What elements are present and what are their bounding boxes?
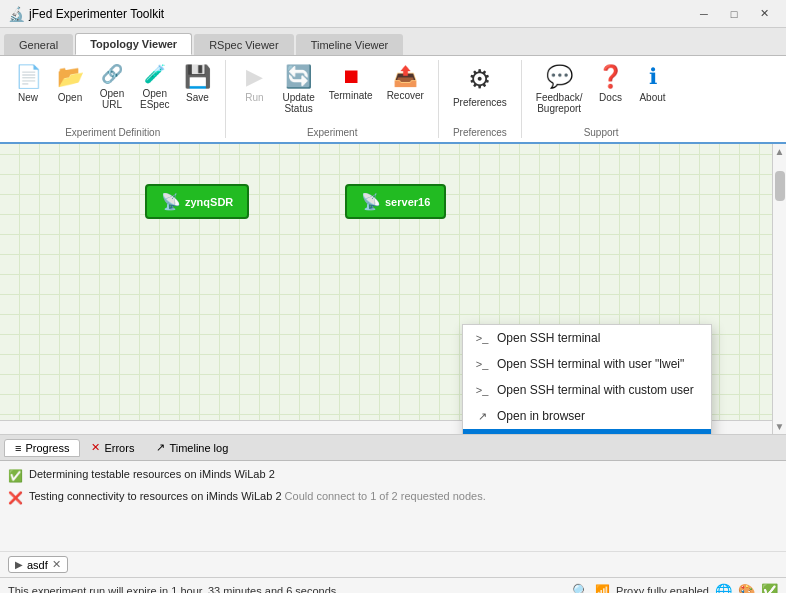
close-button[interactable]: ✕ [750, 4, 778, 24]
progress-icon: ≡ [15, 442, 21, 454]
ctx-ssh-user-label: Open SSH terminal with user "lwei" [497, 357, 684, 371]
node-zynqsdr-label: zynqSDR [185, 196, 233, 208]
tab-timeline[interactable]: Timeline Viewer [296, 34, 404, 55]
new-button[interactable]: 📄 New [8, 60, 48, 107]
ctx-ssh[interactable]: >_ Open SSH terminal [463, 325, 711, 351]
bottom-tabs: ≡ Progress ✕ Errors ↗ Timeline log [0, 435, 786, 461]
ctx-ssh-user-icon: >_ [475, 358, 489, 370]
ribbon-group-label-pref: Preferences [453, 125, 507, 138]
tag-close-button[interactable]: ✕ [52, 558, 61, 571]
about-label: About [639, 92, 665, 103]
new-label: New [18, 92, 38, 103]
about-icon: ℹ [649, 64, 657, 90]
search-icon[interactable]: 🔍 [572, 583, 589, 594]
run-label: Run [245, 92, 263, 103]
status-text: This experiment run will expire in 1 hou… [8, 585, 572, 594]
ctx-ssh-user[interactable]: >_ Open SSH terminal with user "lwei" [463, 351, 711, 377]
log-item-0: ✅ Determining testable resources on iMin… [8, 465, 778, 487]
ctx-ssh-icon: >_ [475, 332, 489, 344]
node-server16-icon: 📡 [361, 192, 381, 211]
node-server16[interactable]: 📡 server16 [345, 184, 446, 219]
open-button[interactable]: 📂 Open [50, 60, 90, 107]
log-text-1: Testing connectivity to resources on iMi… [29, 489, 486, 504]
node-zynqsdr-icon: 📡 [161, 192, 181, 211]
recover-button[interactable]: 📤 Recover [381, 60, 430, 105]
terminate-button[interactable]: ⏹ Terminate [323, 60, 379, 105]
bottom-panel: ≡ Progress ✕ Errors ↗ Timeline log ✅ Det… [0, 434, 786, 577]
save-label: Save [186, 92, 209, 103]
tabbar: General Topology Viewer RSpec Viewer Tim… [0, 28, 786, 56]
status-icons: 🔍 📶 Proxy fully enabled 🌐 🎨 ✅ [572, 583, 778, 594]
ribbon-group-preferences: ⚙ Preferences Preferences [439, 60, 522, 138]
ctx-browser-icon: ↗ [475, 410, 489, 423]
log-text-0: Determining testable resources on iMinds… [29, 467, 275, 482]
tab-progress[interactable]: ≡ Progress [4, 439, 80, 457]
tab-errors[interactable]: ✕ Errors [80, 438, 145, 457]
minimize-button[interactable]: ─ [690, 4, 718, 24]
canvas-vscroll[interactable]: ▲ ▼ [772, 144, 786, 434]
save-button[interactable]: 💾 Save [177, 60, 217, 107]
ribbon-group-label-expdef: Experiment Definition [65, 125, 160, 138]
tab-rspec[interactable]: RSpec Viewer [194, 34, 294, 55]
feedback-label: Feedback/ Bugreport [536, 92, 583, 114]
log-item-1: ❌ Testing connectivity to resources on i… [8, 487, 778, 509]
docs-label: Docs [599, 92, 622, 103]
preferences-icon: ⚙ [468, 64, 491, 95]
ribbon: 📄 New 📂 Open 🔗 Open URL 🧪 Open ESpec 💾 S… [0, 56, 786, 144]
open-icon: 📂 [57, 64, 84, 90]
run-button[interactable]: ▶ Run [234, 60, 274, 107]
palette-icon[interactable]: 🎨 [738, 583, 755, 594]
tab-timeline-log[interactable]: ↗ Timeline log [145, 438, 239, 457]
node-zynqsdr[interactable]: 📡 zynqSDR [145, 184, 249, 219]
docs-button[interactable]: ❓ Docs [591, 60, 631, 107]
terminate-label: Terminate [329, 90, 373, 101]
ctx-node-info[interactable]: i Show Node Info [463, 429, 711, 434]
topology-canvas[interactable]: 📡 zynqSDR 📡 server16 >_ Open SSH termina… [0, 144, 786, 434]
ctx-ssh-custom-label: Open SSH terminal with custom user [497, 383, 694, 397]
open-espec-button[interactable]: 🧪 Open ESpec [134, 60, 175, 114]
update-status-button[interactable]: 🔄 Update Status [276, 60, 320, 118]
tab-general[interactable]: General [4, 34, 73, 55]
maximize-button[interactable]: □ [720, 4, 748, 24]
log-error-icon: ❌ [8, 490, 23, 507]
run-icon: ▶ [246, 64, 263, 90]
errors-icon: ✕ [91, 441, 100, 454]
ribbon-group-label-exp: Experiment [307, 125, 358, 138]
tag-label: asdf [27, 559, 48, 571]
log-ok-icon: ✅ [8, 468, 23, 485]
statusbar: This experiment run will expire in 1 hou… [0, 577, 786, 593]
ribbon-group-label-support: Support [584, 125, 619, 138]
open-espec-icon: 🧪 [144, 64, 166, 86]
ctx-ssh-custom-icon: >_ [475, 384, 489, 396]
timeline-icon: ↗ [156, 441, 165, 454]
tags-bar: ▶ asdf ✕ [0, 551, 786, 577]
tag-run-icon: ▶ [15, 559, 23, 570]
feedback-button[interactable]: 💬 Feedback/ Bugreport [530, 60, 589, 118]
globe-icon[interactable]: 🌐 [715, 583, 732, 594]
ribbon-group-support: 💬 Feedback/ Bugreport ❓ Docs ℹ About Sup… [522, 60, 681, 138]
save-icon: 💾 [184, 64, 211, 90]
update-status-label: Update Status [282, 92, 314, 114]
open-url-label: Open URL [100, 88, 124, 110]
open-url-button[interactable]: 🔗 Open URL [92, 60, 132, 114]
feedback-icon: 💬 [546, 64, 573, 90]
update-status-icon: 🔄 [285, 64, 312, 90]
log-area: ✅ Determining testable resources on iMin… [0, 461, 786, 551]
node-server16-label: server16 [385, 196, 430, 208]
check-icon[interactable]: ✅ [761, 583, 778, 594]
preferences-label: Preferences [453, 97, 507, 108]
tag-asdf: ▶ asdf ✕ [8, 556, 68, 573]
proxy-label: Proxy fully enabled [616, 585, 709, 594]
tab-topology[interactable]: Topology Viewer [75, 33, 192, 55]
ctx-browser[interactable]: ↗ Open in browser [463, 403, 711, 429]
app-title: jFed Experimenter Toolkit [29, 7, 690, 21]
ctx-ssh-custom[interactable]: >_ Open SSH terminal with custom user [463, 377, 711, 403]
vscroll-thumb[interactable] [775, 171, 785, 201]
about-button[interactable]: ℹ About [633, 60, 673, 107]
signal-icon: 📶 [595, 584, 610, 594]
tab-errors-label: Errors [104, 442, 134, 454]
preferences-button[interactable]: ⚙ Preferences [447, 60, 513, 112]
open-url-icon: 🔗 [101, 64, 123, 86]
open-label: Open [58, 92, 82, 103]
context-menu: >_ Open SSH terminal >_ Open SSH termina… [462, 324, 712, 434]
